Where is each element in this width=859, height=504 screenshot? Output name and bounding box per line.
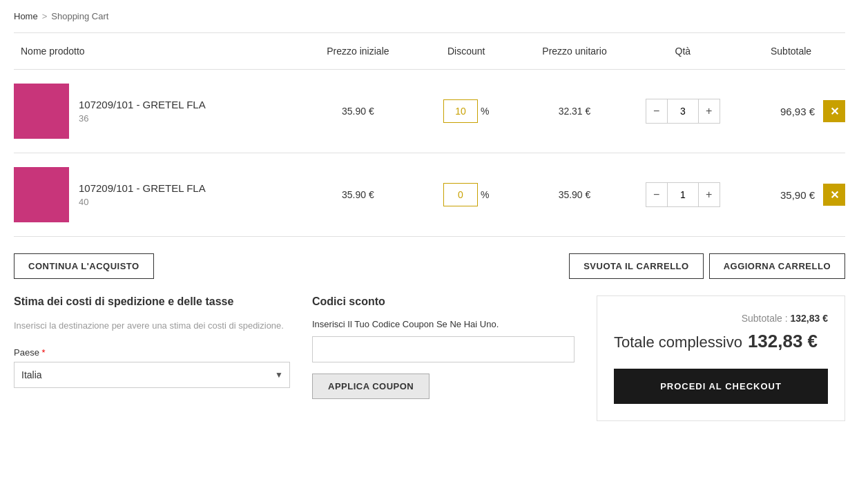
- product-thumbnail: [14, 167, 69, 222]
- col-subtotal: Subtotale: [737, 46, 845, 57]
- breadcrumb-home[interactable]: Home: [14, 11, 38, 21]
- qty-cell: − +: [628, 182, 737, 207]
- cart-actions: CONTINUA L'ACQUISTO SVUOTA IL CARRELLO A…: [14, 237, 845, 295]
- discount-percent-symbol: %: [481, 106, 489, 117]
- discount-input[interactable]: [443, 99, 478, 123]
- coupon-input-wrapper: [312, 336, 575, 362]
- cart-row: 107209/101 - GRETEL FLA 40 35.90 € % 35.…: [14, 153, 845, 236]
- discount-cell: %: [412, 99, 521, 123]
- col-discount: Discount: [412, 46, 521, 57]
- qty-input[interactable]: [668, 99, 698, 124]
- shipping-panel: Stima dei costi di spedizione e delle ta…: [14, 295, 290, 421]
- unit-price-value: 35.90 €: [559, 189, 591, 200]
- product-cell: 107209/101 - GRETEL FLA 36: [14, 84, 304, 139]
- col-product: Nome prodotto: [14, 46, 304, 57]
- coupon-input[interactable]: [312, 336, 575, 362]
- col-initial-price: Prezzo iniziale: [304, 46, 412, 57]
- product-size: 40: [79, 197, 206, 207]
- breadcrumb-separator: >: [42, 11, 48, 21]
- qty-input[interactable]: [668, 182, 698, 207]
- coupon-title: Codici sconto: [312, 295, 575, 308]
- product-name: 107209/101 - GRETEL FLA: [79, 99, 206, 110]
- shipping-title: Stima dei costi di spedizione e delle ta…: [14, 295, 290, 308]
- unit-price-cell: 32.31 €: [521, 106, 629, 117]
- product-info: 107209/101 - GRETEL FLA 36: [79, 99, 206, 124]
- total-value: 132,83 €: [748, 331, 818, 352]
- cart-row: 107209/101 - GRETEL FLA 36 35.90 € % 32.…: [14, 70, 845, 153]
- product-info: 107209/101 - GRETEL FLA 40: [79, 182, 206, 207]
- summary-subtotal: Subtotale : 132,83 €: [614, 313, 828, 324]
- col-unit-price: Prezzo unitario: [521, 46, 629, 57]
- right-action-buttons: SVUOTA IL CARRELLO AGGIORNA CARRELLO: [569, 253, 845, 279]
- update-cart-button[interactable]: AGGIORNA CARRELLO: [709, 253, 845, 279]
- checkout-button[interactable]: PROCEDI AL CHECKOUT: [614, 369, 828, 404]
- total-label: Totale complessivo: [614, 333, 742, 351]
- required-indicator: *: [42, 347, 46, 358]
- discount-cell: %: [412, 183, 521, 206]
- initial-price-value: 35.90 €: [342, 106, 374, 117]
- product-cell: 107209/101 - GRETEL FLA 40: [14, 167, 304, 222]
- qty-cell: − +: [628, 99, 737, 124]
- breadcrumb: Home > Shopping Cart: [14, 0, 845, 32]
- discount-input[interactable]: [443, 183, 478, 206]
- initial-price-cell: 35.90 €: [304, 106, 412, 117]
- subtotal-cell: 35,90 € ✕: [737, 184, 845, 206]
- apply-coupon-button[interactable]: APPLICA COUPON: [312, 374, 430, 399]
- summary-total: Totale complessivo 132,83 €: [614, 331, 828, 352]
- product-size: 36: [79, 113, 206, 124]
- country-label: Paese *: [14, 347, 290, 358]
- shipping-description: Inserisci la destinazione per avere una …: [14, 319, 290, 333]
- initial-price-value: 35.90 €: [342, 189, 374, 200]
- remove-item-button[interactable]: ✕: [823, 184, 845, 206]
- qty-decrease-button[interactable]: −: [646, 182, 668, 207]
- subtotal-value: 96,93 €: [780, 106, 815, 117]
- country-select-wrapper: Italia Francia Germania Spagna Regno Uni…: [14, 362, 290, 388]
- unit-price-cell: 35.90 €: [521, 189, 629, 200]
- subtotal-amount: 132,83 €: [791, 313, 829, 324]
- discount-percent-symbol: %: [481, 189, 489, 200]
- cart-table-header: Nome prodotto Prezzo iniziale Discount P…: [14, 33, 845, 69]
- empty-cart-button[interactable]: SVUOTA IL CARRELLO: [569, 253, 703, 279]
- order-summary-panel: Subtotale : 132,83 € Totale complessivo …: [597, 295, 845, 421]
- subtotal-label: Subtotale :: [742, 313, 788, 324]
- continue-shopping-button[interactable]: CONTINUA L'ACQUISTO: [14, 253, 154, 279]
- initial-price-cell: 35.90 €: [304, 189, 412, 200]
- country-select[interactable]: Italia Francia Germania Spagna Regno Uni…: [14, 362, 290, 388]
- remove-item-button[interactable]: ✕: [823, 100, 845, 122]
- subtotal-cell: 96,93 € ✕: [737, 100, 845, 122]
- subtotal-value: 35,90 €: [780, 189, 815, 201]
- coupon-hint: Inserisci Il Tuo Codice Coupon Se Ne Hai…: [312, 319, 575, 329]
- qty-decrease-button[interactable]: −: [646, 99, 668, 124]
- product-thumbnail: [14, 84, 69, 139]
- unit-price-value: 32.31 €: [559, 106, 591, 117]
- col-qty: Qtà: [628, 46, 737, 57]
- coupon-panel: Codici sconto Inserisci Il Tuo Codice Co…: [312, 295, 575, 421]
- breadcrumb-current: Shopping Cart: [51, 11, 108, 21]
- qty-increase-button[interactable]: +: [698, 99, 720, 124]
- bottom-section: Stima dei costi di spedizione e delle ta…: [14, 295, 845, 449]
- product-name: 107209/101 - GRETEL FLA: [79, 182, 206, 194]
- qty-increase-button[interactable]: +: [698, 182, 720, 207]
